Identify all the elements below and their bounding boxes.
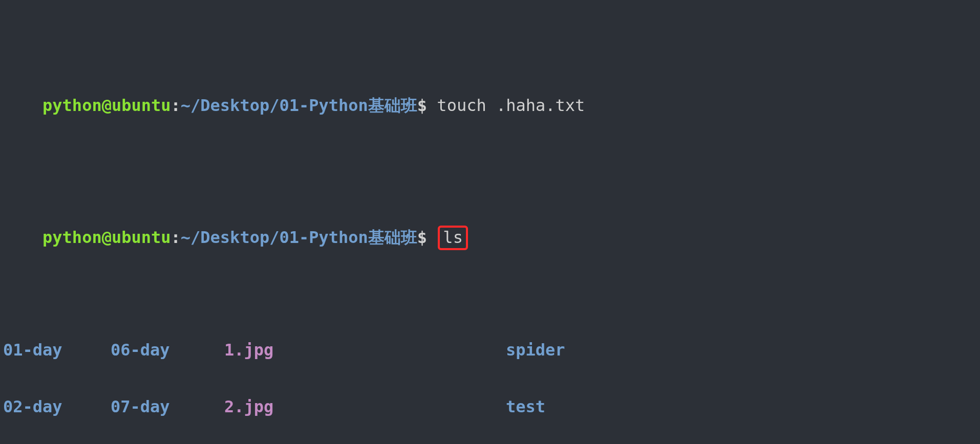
terminal[interactable]: python@ubuntu:~/Desktop/01-Python基础班$ to…: [0, 0, 980, 444]
prompt-line: python@ubuntu:~/Desktop/01-Python基础班$ ls: [3, 209, 977, 265]
ls-row: 01-day06-day1.jpgspider: [3, 341, 977, 360]
prompt-path: ~/Desktop/01-Python基础班: [181, 228, 417, 247]
cmd-touch: touch .haha.txt: [437, 96, 585, 115]
prompt-user: python@ubuntu: [42, 228, 171, 247]
cmd-ls-highlighted: ls: [438, 226, 468, 250]
prompt-line: python@ubuntu:~/Desktop/01-Python基础班$ to…: [3, 77, 977, 134]
prompt-user: python@ubuntu: [42, 96, 171, 115]
prompt-path: ~/Desktop/01-Python基础班: [181, 96, 417, 115]
ls-row: 02-day07-day2.jpgtest: [3, 397, 977, 416]
